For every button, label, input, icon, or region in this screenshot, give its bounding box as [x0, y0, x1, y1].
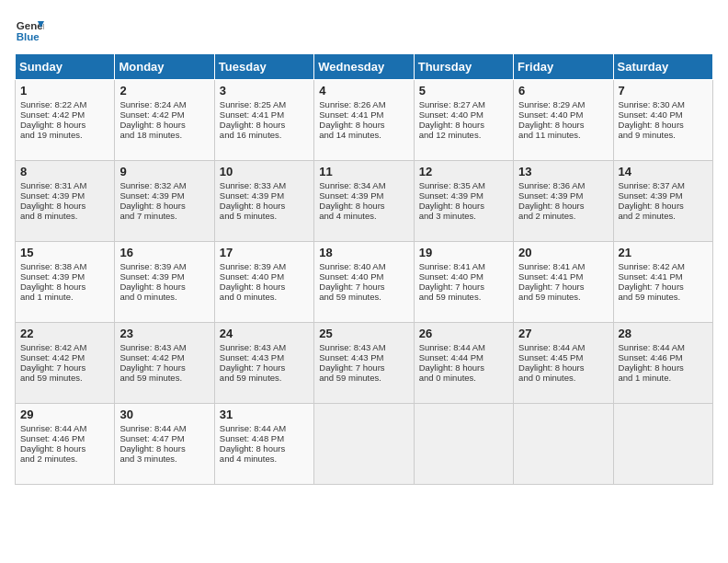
day-info: and 59 minutes.: [220, 373, 309, 383]
calendar-week-row: 15Sunrise: 8:38 AMSunset: 4:39 PMDayligh…: [16, 242, 713, 323]
day-info: Sunset: 4:39 PM: [619, 190, 708, 201]
day-number: 28: [619, 327, 708, 340]
day-number: 11: [319, 165, 408, 178]
day-info: Sunrise: 8:32 AM: [119, 180, 209, 190]
day-number: 6: [518, 84, 608, 98]
day-info: Sunset: 4:42 PM: [119, 352, 209, 362]
day-number: 24: [220, 327, 309, 340]
day-info: Sunrise: 8:22 AM: [20, 99, 109, 109]
day-info: Sunrise: 8:43 AM: [119, 342, 209, 352]
day-info: and 2 minutes.: [619, 211, 708, 221]
day-info: Daylight: 8 hours: [619, 201, 708, 211]
day-info: Sunrise: 8:33 AM: [220, 180, 309, 190]
day-info: Sunrise: 8:44 AM: [419, 342, 508, 352]
day-info: Sunrise: 8:36 AM: [518, 180, 608, 190]
day-info: Sunrise: 8:39 AM: [220, 261, 309, 271]
calendar-cell: 27Sunrise: 8:44 AMSunset: 4:45 PMDayligh…: [514, 323, 613, 404]
day-info: Sunset: 4:41 PM: [319, 109, 408, 120]
day-info: Sunset: 4:40 PM: [319, 271, 408, 282]
day-info: and 11 minutes.: [518, 130, 608, 140]
header-day-saturday: Saturday: [613, 54, 712, 80]
calendar-cell: 22Sunrise: 8:42 AMSunset: 4:42 PMDayligh…: [16, 323, 115, 404]
day-info: Daylight: 8 hours: [119, 443, 209, 454]
day-info: Daylight: 7 hours: [619, 282, 708, 292]
calendar-week-row: 1Sunrise: 8:22 AMSunset: 4:42 PMDaylight…: [16, 80, 713, 161]
calendar-cell: 5Sunrise: 8:27 AMSunset: 4:40 PMDaylight…: [414, 80, 513, 161]
day-info: Sunrise: 8:42 AM: [20, 342, 109, 352]
day-info: Sunset: 4:40 PM: [518, 109, 608, 120]
day-info: Daylight: 8 hours: [619, 362, 708, 373]
day-info: and 59 minutes.: [119, 373, 209, 383]
day-info: Sunrise: 8:44 AM: [619, 342, 708, 352]
day-info: and 59 minutes.: [419, 292, 508, 302]
day-info: and 59 minutes.: [319, 292, 408, 302]
day-info: Sunset: 4:47 PM: [119, 433, 209, 443]
day-info: and 5 minutes.: [220, 211, 309, 221]
calendar-cell: 14Sunrise: 8:37 AMSunset: 4:39 PMDayligh…: [613, 161, 712, 242]
day-number: 25: [319, 327, 408, 340]
logo-icon: General Blue: [15, 15, 44, 44]
day-info: Sunset: 4:39 PM: [20, 271, 109, 282]
day-number: 2: [119, 84, 209, 98]
day-info: Daylight: 8 hours: [319, 120, 408, 130]
day-info: and 19 minutes.: [20, 130, 109, 140]
day-info: and 1 minute.: [20, 292, 109, 302]
calendar-cell: 19Sunrise: 8:41 AMSunset: 4:40 PMDayligh…: [414, 242, 513, 323]
day-info: Sunrise: 8:44 AM: [119, 423, 209, 433]
day-info: and 59 minutes.: [619, 292, 708, 302]
day-info: Daylight: 8 hours: [20, 201, 109, 211]
day-info: and 9 minutes.: [619, 130, 708, 140]
calendar-cell: 1Sunrise: 8:22 AMSunset: 4:42 PMDaylight…: [16, 80, 115, 161]
calendar-header-row: SundayMondayTuesdayWednesdayThursdayFrid…: [16, 54, 713, 80]
day-info: Sunset: 4:41 PM: [619, 271, 708, 282]
day-info: Daylight: 8 hours: [518, 201, 608, 211]
day-info: and 1 minute.: [619, 373, 708, 383]
day-info: and 59 minutes.: [20, 373, 109, 383]
day-info: Sunset: 4:46 PM: [619, 352, 708, 362]
calendar-cell: 13Sunrise: 8:36 AMSunset: 4:39 PMDayligh…: [514, 161, 613, 242]
day-info: Sunset: 4:40 PM: [419, 109, 508, 120]
calendar-cell: [414, 404, 513, 485]
day-number: 20: [518, 246, 608, 259]
calendar-cell: 16Sunrise: 8:39 AMSunset: 4:39 PMDayligh…: [115, 242, 214, 323]
header-day-tuesday: Tuesday: [214, 54, 313, 80]
day-info: and 16 minutes.: [220, 130, 309, 140]
calendar-cell: [613, 404, 712, 485]
day-info: Daylight: 7 hours: [518, 282, 608, 292]
day-number: 26: [419, 327, 508, 340]
calendar-cell: 28Sunrise: 8:44 AMSunset: 4:46 PMDayligh…: [613, 323, 712, 404]
day-number: 17: [220, 246, 309, 259]
day-info: and 0 minutes.: [220, 292, 309, 302]
day-info: Sunset: 4:44 PM: [419, 352, 508, 362]
day-number: 19: [419, 246, 508, 259]
day-info: Sunset: 4:43 PM: [220, 352, 309, 362]
day-info: Sunrise: 8:44 AM: [518, 342, 608, 352]
calendar-cell: 2Sunrise: 8:24 AMSunset: 4:42 PMDaylight…: [115, 80, 214, 161]
day-info: Sunset: 4:48 PM: [220, 433, 309, 443]
calendar-week-row: 22Sunrise: 8:42 AMSunset: 4:42 PMDayligh…: [16, 323, 713, 404]
day-info: Sunrise: 8:25 AM: [220, 99, 309, 109]
day-number: 1: [20, 84, 109, 98]
day-info: Daylight: 8 hours: [119, 120, 209, 130]
header-day-monday: Monday: [115, 54, 214, 80]
day-info: Daylight: 8 hours: [419, 120, 508, 130]
day-info: and 12 minutes.: [419, 130, 508, 140]
day-info: Daylight: 8 hours: [220, 120, 309, 130]
day-info: and 0 minutes.: [119, 292, 209, 302]
day-info: Sunrise: 8:43 AM: [319, 342, 408, 352]
day-number: 13: [518, 165, 608, 178]
day-info: and 4 minutes.: [319, 211, 408, 221]
day-info: Sunrise: 8:35 AM: [419, 180, 508, 190]
day-info: Daylight: 8 hours: [220, 201, 309, 211]
day-info: and 2 minutes.: [518, 211, 608, 221]
day-number: 10: [220, 165, 309, 178]
day-info: Sunset: 4:46 PM: [20, 433, 109, 443]
day-info: Sunrise: 8:40 AM: [319, 261, 408, 271]
day-info: Daylight: 7 hours: [319, 282, 408, 292]
calendar-week-row: 8Sunrise: 8:31 AMSunset: 4:39 PMDaylight…: [16, 161, 713, 242]
day-info: and 14 minutes.: [319, 130, 408, 140]
calendar-cell: 17Sunrise: 8:39 AMSunset: 4:40 PMDayligh…: [214, 242, 313, 323]
day-info: Daylight: 8 hours: [119, 282, 209, 292]
calendar-cell: 10Sunrise: 8:33 AMSunset: 4:39 PMDayligh…: [214, 161, 313, 242]
day-number: 5: [419, 84, 508, 98]
